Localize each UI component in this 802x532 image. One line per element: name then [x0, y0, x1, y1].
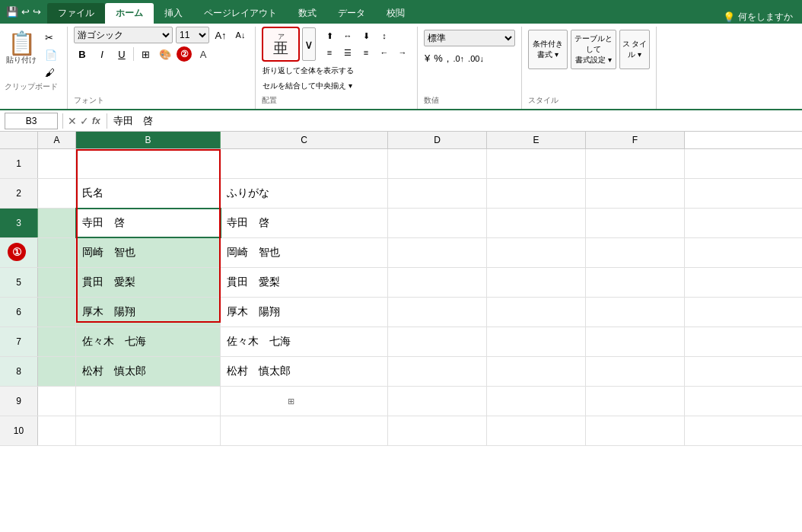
cell-a1[interactable] [38, 149, 76, 178]
cell-c2[interactable]: ふりがな [221, 179, 388, 208]
wrap-text-button[interactable]: 折り返して全体を表示する [262, 64, 411, 78]
cell-e9[interactable] [487, 387, 586, 416]
cell-b6[interactable]: 厚木 陽翔 [76, 298, 221, 327]
cell-b1[interactable] [76, 149, 221, 178]
paste-button[interactable]: 📋 貼り付け [5, 27, 38, 71]
text-direction-button[interactable]: ↕ [376, 28, 393, 43]
merge-center-button[interactable]: セルを結合して中央揃え ▾ [262, 79, 411, 93]
tab-formula[interactable]: 数式 [288, 3, 327, 24]
cell-a10[interactable] [38, 416, 76, 445]
comma-button[interactable]: , [446, 52, 450, 65]
formula-input[interactable] [113, 115, 797, 126]
cell-a2[interactable] [38, 179, 76, 208]
cell-c5[interactable]: 貫田 愛梨 [221, 268, 388, 297]
cell-a4[interactable] [38, 238, 76, 267]
cell-e10[interactable] [487, 416, 586, 445]
cell-d6[interactable] [388, 298, 487, 327]
align-right-button[interactable]: ≡ [358, 45, 374, 60]
tab-file[interactable]: ファイル [47, 3, 105, 24]
cell-e8[interactable] [487, 357, 586, 386]
cell-c10[interactable] [221, 416, 388, 445]
cell-d9[interactable] [388, 387, 487, 416]
increase-decimal-button[interactable]: .0↑ [452, 53, 465, 64]
align-bottom-button[interactable]: ⬇ [358, 28, 374, 43]
redo-icon[interactable]: ↪ [33, 6, 41, 18]
tab-home[interactable]: ホーム [105, 3, 154, 24]
cell-reference-input[interactable] [5, 113, 58, 129]
col-header-f[interactable]: F [586, 132, 685, 148]
cell-e6[interactable] [487, 298, 586, 327]
cell-e4[interactable] [487, 238, 586, 267]
cell-d3[interactable] [388, 209, 487, 237]
cell-e7[interactable] [487, 327, 586, 356]
cancel-formula-icon[interactable]: ✕ [68, 115, 77, 127]
tab-page-layout[interactable]: ページレイアウト [193, 3, 288, 24]
tab-insert[interactable]: 挿入 [154, 3, 193, 24]
indent-increase-button[interactable]: → [394, 45, 411, 60]
cell-f4[interactable] [586, 238, 685, 267]
cell-a6[interactable] [38, 298, 76, 327]
cell-c7[interactable]: 佐々木 七海 [221, 327, 388, 356]
percent-button[interactable]: % [433, 52, 444, 65]
cell-d5[interactable] [388, 268, 487, 297]
indent-decrease-button[interactable]: ← [376, 45, 393, 60]
insert-function-icon[interactable]: fx [92, 116, 100, 126]
cell-e2[interactable] [487, 179, 586, 208]
cell-a8[interactable] [38, 357, 76, 386]
align-left-button[interactable]: ≡ [321, 45, 338, 60]
cell-f7[interactable] [586, 327, 685, 356]
cell-b2[interactable]: 氏名 [76, 179, 221, 208]
underline-button[interactable]: U [113, 46, 130, 62]
cell-f3[interactable] [586, 209, 685, 237]
cell-f10[interactable] [586, 416, 685, 445]
italic-button[interactable]: I [94, 46, 110, 62]
cell-b10[interactable] [76, 416, 221, 445]
format-painter-button[interactable]: 🖌 [41, 65, 61, 81]
cell-a3[interactable] [38, 209, 76, 237]
cell-c1[interactable] [221, 149, 388, 178]
cut-button[interactable]: ✂ [41, 30, 61, 46]
cell-d10[interactable] [388, 416, 487, 445]
cell-d2[interactable] [388, 179, 487, 208]
cell-e5[interactable] [487, 268, 586, 297]
cell-d8[interactable] [388, 357, 487, 386]
cell-f8[interactable] [586, 357, 685, 386]
cell-styles-button[interactable]: ス タイル ▾ [619, 30, 650, 69]
bold-button[interactable]: B [74, 46, 91, 62]
row-header[interactable]: 1 [0, 149, 38, 178]
col-header-e[interactable]: E [487, 132, 586, 148]
row-header[interactable]: 6 [0, 298, 38, 327]
increase-font-button[interactable]: A↑ [212, 27, 229, 43]
col-header-a[interactable]: A [38, 132, 76, 148]
row-header[interactable]: 8 [0, 357, 38, 386]
font-size-select[interactable]: 11 [176, 27, 209, 43]
cell-f6[interactable] [586, 298, 685, 327]
align-center-button[interactable]: ☰ [339, 45, 356, 60]
col-header-b[interactable]: B [76, 132, 221, 148]
ruby-button[interactable]: ア 亜 [266, 30, 296, 58]
cell-c4[interactable]: 岡崎 智也 [221, 238, 388, 267]
cell-b5[interactable]: 貫田 愛梨 [76, 268, 221, 297]
cell-d7[interactable] [388, 327, 487, 356]
cell-f1[interactable] [586, 149, 685, 178]
row-header[interactable]: 7 [0, 327, 38, 356]
row-header[interactable]: 2 [0, 179, 38, 208]
cell-b8[interactable]: 松村 慎太郎 [76, 357, 221, 386]
font-color-button[interactable]: A [195, 46, 212, 62]
cell-a9[interactable] [38, 387, 76, 416]
decrease-decimal-button[interactable]: .00↓ [467, 53, 485, 64]
dropdown-arrow-button[interactable]: ∨ [302, 27, 316, 61]
decrease-font-button[interactable]: A↓ [232, 27, 249, 43]
cell-c9[interactable]: ⊞ [221, 387, 388, 416]
cell-e1[interactable] [487, 149, 586, 178]
row-header[interactable]: 9 [0, 387, 38, 416]
currency-button[interactable]: ¥ [424, 52, 431, 65]
cell-a7[interactable] [38, 327, 76, 356]
confirm-formula-icon[interactable]: ✓ [80, 115, 89, 127]
col-header-d[interactable]: D [388, 132, 487, 148]
col-header-c[interactable]: C [221, 132, 388, 148]
cell-d4[interactable] [388, 238, 487, 267]
font-name-select[interactable]: 游ゴシック [74, 27, 173, 43]
cell-f5[interactable] [586, 268, 685, 297]
format-table-button[interactable]: テーブルとして 書式設定 ▾ [571, 30, 616, 69]
